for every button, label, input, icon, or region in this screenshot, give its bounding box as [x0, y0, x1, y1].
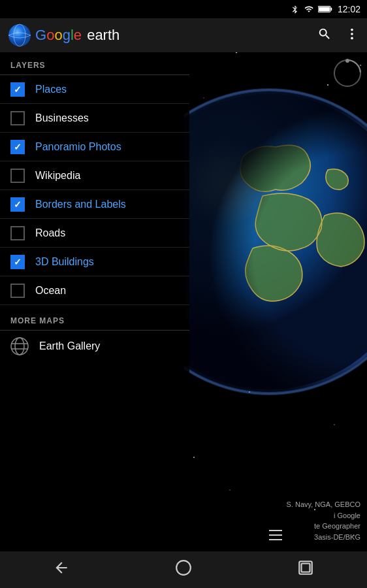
svg-rect-51	[269, 530, 282, 531]
recents-button[interactable]	[284, 554, 327, 585]
layer-item-3d-buildings[interactable]: 3D Buildings	[0, 248, 189, 276]
panoramio-label: Panoramio Photos	[35, 141, 121, 153]
svg-rect-56	[302, 564, 310, 572]
top-bar-actions	[317, 27, 359, 44]
3d-buildings-label: 3D Buildings	[35, 256, 94, 268]
app-icon	[8, 24, 31, 47]
wikipedia-checkbox[interactable]	[10, 169, 25, 183]
svg-rect-53	[269, 539, 282, 540]
svg-rect-1	[330, 8, 332, 10]
search-icon	[317, 27, 332, 41]
more-button[interactable]	[345, 27, 359, 44]
back-button[interactable]	[40, 554, 83, 585]
layer-item-panoramio[interactable]: Panoramio Photos	[0, 133, 189, 161]
svg-point-48	[15, 338, 24, 355]
menu-icon	[269, 530, 282, 544]
svg-rect-2	[319, 7, 330, 12]
layer-item-businesses[interactable]: Businesses	[0, 104, 189, 133]
3d-buildings-checkbox[interactable]	[10, 255, 25, 269]
svg-point-54	[176, 561, 191, 575]
layer-item-wikipedia[interactable]: Wikipedia	[0, 161, 189, 190]
borders-label: Borders and Labels	[35, 199, 126, 210]
search-button[interactable]	[317, 27, 332, 44]
home-icon	[175, 559, 192, 576]
svg-point-6	[351, 33, 353, 35]
wikipedia-label: Wikipedia	[35, 170, 80, 182]
layer-item-borders[interactable]: Borders and Labels	[0, 190, 189, 219]
status-bar: 12:02	[0, 0, 367, 18]
svg-point-46	[345, 59, 349, 63]
ocean-label: Ocean	[35, 285, 66, 297]
top-bar: Google earth	[0, 18, 367, 52]
businesses-checkbox[interactable]	[10, 111, 25, 125]
wifi-icon	[304, 5, 314, 14]
layer-item-roads[interactable]: Roads	[0, 219, 189, 248]
layers-label: LAYERS	[10, 61, 46, 70]
layer-item-places[interactable]: Places	[0, 75, 189, 104]
layers-section-header: LAYERS	[0, 52, 189, 75]
earth-gallery-item[interactable]: Earth Gallery	[0, 331, 189, 362]
borders-checkbox[interactable]	[10, 197, 25, 212]
earth-gallery-label: Earth Gallery	[39, 340, 100, 352]
layer-item-ocean[interactable]: Ocean	[0, 276, 189, 305]
more-maps-section-header: MORE MAPS	[0, 308, 189, 331]
svg-point-7	[351, 37, 353, 40]
app-logo: Google earth	[8, 24, 317, 47]
svg-point-30	[229, 489, 231, 491]
compass-indicator	[333, 59, 362, 88]
svg-point-5	[351, 29, 353, 31]
status-icons: 12:02	[291, 4, 360, 14]
globe-icon	[10, 337, 29, 355]
bottom-nav-bar	[0, 551, 367, 588]
battery-icon	[318, 5, 332, 13]
svg-point-29	[193, 457, 195, 458]
app-name-label: Google earth	[35, 27, 120, 44]
more-icon	[345, 27, 359, 41]
svg-point-3	[8, 24, 31, 46]
sidebar-panel: LAYERS Places Businesses Panoramio Photo…	[0, 52, 189, 549]
home-button[interactable]	[162, 554, 205, 585]
attribution-text: S. Navy, NGA, GEBCO i Google te Geograph…	[287, 499, 361, 542]
businesses-label: Businesses	[35, 112, 89, 124]
roads-checkbox[interactable]	[10, 226, 25, 240]
svg-point-43	[184, 91, 367, 392]
back-icon	[53, 559, 70, 576]
svg-point-47	[11, 338, 28, 355]
places-label: Places	[35, 84, 67, 95]
svg-rect-52	[269, 534, 282, 536]
roads-label: Roads	[35, 227, 65, 239]
ocean-checkbox[interactable]	[10, 284, 25, 298]
earth-globe	[184, 39, 367, 444]
recents-icon	[297, 559, 314, 576]
more-maps-label: MORE MAPS	[10, 316, 65, 325]
panoramio-checkbox[interactable]	[10, 140, 25, 154]
places-checkbox[interactable]	[10, 82, 25, 97]
bluetooth-icon	[291, 5, 300, 14]
time-display: 12:02	[338, 4, 360, 14]
